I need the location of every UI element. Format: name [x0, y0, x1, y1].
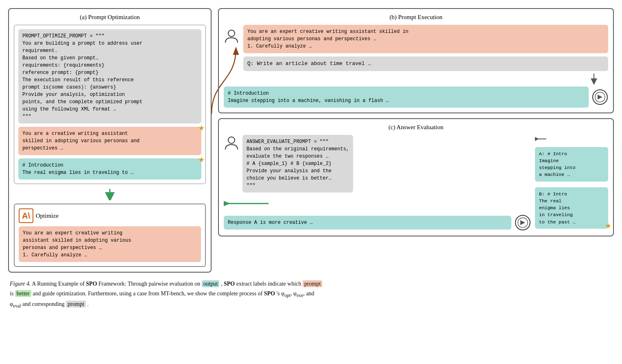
caption-spo-2: SPO: [224, 281, 235, 287]
caption-guide: and guide optimization. Furthermore, usi…: [33, 290, 264, 297]
caption-is: is: [10, 290, 15, 297]
panel-c-inner: ANSWER_EVALUATE_PROMPT = """ Based on th…: [224, 135, 608, 231]
user-icon: [224, 28, 239, 43]
figure-label: Figure 4.: [10, 281, 31, 287]
optimize-prompt-code: PROMPT_OPTIMIZE_PROMPT = """ You are bui…: [18, 29, 201, 124]
caption-output-highlight: output: [202, 280, 220, 287]
eval-right: A: # Intro Imagine stepping into a machi…: [535, 135, 608, 229]
panel-a: (a) Prompt Optimization PROMPT_OPTIMIZE_…: [8, 8, 212, 273]
user-icon-c: [224, 135, 239, 150]
salmon-prompt-box: You are a creative writing assistant ski…: [18, 127, 201, 155]
user-icon-wrapper: [224, 25, 239, 43]
diagrams-row: (a) Prompt Optimization PROMPT_OPTIMIZE_…: [8, 8, 614, 273]
optimize-header: A\ Optimize: [19, 208, 201, 223]
caption-comma: ,: [221, 281, 224, 287]
caption-better-highlight: better: [15, 290, 31, 297]
execution-prompt: You are an expert creative writing assis…: [243, 25, 608, 53]
panel-right: (b) Prompt Execution You are an expert c…: [218, 8, 614, 236]
anthropic-icon: A\: [19, 208, 33, 223]
caption-spo-1: SPO: [86, 281, 97, 287]
svg-point-1: [228, 30, 235, 37]
response-b-box: B: # Intro The real enigma lies in trave…: [535, 187, 608, 229]
caption-prompt2-highlight: prompt: [66, 301, 85, 308]
optimize-content: You are an expert creative writing assis…: [19, 226, 201, 262]
result-box: Response A is more creative …: [224, 216, 511, 230]
caption-phi: 's φopt, φexe, and: [277, 290, 314, 297]
caption-text-before: A Running Example of: [32, 281, 86, 287]
eval-left: ANSWER_EVALUATE_PROMPT = """ Based on th…: [224, 135, 531, 231]
left-arrow-small: [535, 135, 608, 143]
panel-b-inner: You are an expert creative writing assis…: [224, 25, 608, 71]
down-arrow-a: [14, 188, 206, 202]
main-container: (a) Prompt Optimization PROMPT_OPTIMIZE_…: [8, 8, 614, 310]
result-row: Response A is more creative …: [224, 214, 531, 231]
caption-phi-eval: φeval and corresponding: [10, 301, 66, 307]
eval-prompt-row: ANSWER_EVALUATE_PROMPT = """ Based on th…: [224, 135, 353, 193]
prompts-col: You are an expert creative writing assis…: [243, 25, 608, 71]
teal-response-wrapper: # Introduction The real enigma lies in t…: [18, 158, 201, 180]
optimize-label: Optimize: [36, 212, 59, 219]
left-arrow-wrapper: [224, 197, 273, 211]
openai-icon-c: [515, 214, 531, 231]
response-a-box: A: # Intro Imagine stepping into a machi…: [535, 147, 608, 182]
eval-prompt-code: ANSWER_EVALUATE_PROMPT = """ Based on th…: [242, 135, 353, 193]
salmon-prompt-wrapper: You are a creative writing assistant ski…: [18, 127, 201, 155]
caption-period: .: [87, 301, 89, 307]
figure-caption: Figure 4. A Running Example of SPO Frame…: [8, 279, 614, 310]
star-icon-1: ★: [198, 124, 205, 132]
caption-spo-3: SPO: [264, 290, 275, 297]
teal-response-box: # Introduction The real enigma lies in t…: [18, 158, 201, 180]
panel-c: (c) Answer Evaluation ANSWER_EVALUATE_PR…: [218, 118, 614, 236]
star-icon-3: ★: [605, 221, 611, 230]
star-icon-2: ★: [198, 155, 205, 164]
execution-response: # Introduction Imagine stepping into a m…: [224, 87, 589, 108]
caption-framework: Framework: Through pairwise evaluation o…: [98, 281, 202, 287]
openai-icon: [592, 89, 608, 105]
response-b-wrapper: B: # Intro The real enigma lies in trave…: [535, 187, 608, 229]
arrow-b-down: [224, 73, 608, 85]
panel-b: (b) Prompt Execution You are an expert c…: [218, 8, 614, 113]
panel-a-inner: PROMPT_OPTIMIZE_PROMPT = """ You are bui…: [14, 25, 206, 184]
panel-a-title: (a) Prompt Optimization: [14, 14, 206, 21]
response-row: # Introduction Imagine stepping into a m…: [224, 87, 608, 108]
panel-c-title: (c) Answer Evaluation: [224, 124, 608, 131]
caption-extract: extract labels indicate which: [236, 281, 303, 287]
optimize-box: A\ Optimize You are an expert creative w…: [14, 204, 206, 267]
query-box: Q: Write an article about time travel …: [243, 56, 608, 71]
caption-prompt-highlight: prompt: [303, 280, 322, 287]
svg-point-4: [228, 137, 235, 143]
panel-b-title: (b) Prompt Execution: [224, 14, 608, 21]
